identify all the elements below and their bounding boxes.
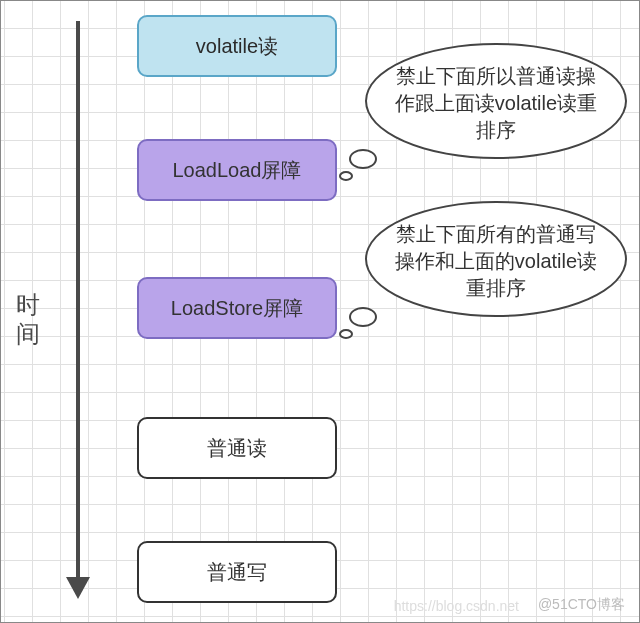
node-normal-read: 普通读 xyxy=(137,417,337,479)
bubble-tail-icon xyxy=(349,307,377,327)
node-label: LoadLoad屏障 xyxy=(173,158,302,183)
node-loadstore-barrier: LoadStore屏障 xyxy=(137,277,337,339)
node-label: 普通读 xyxy=(207,436,267,461)
bubble-tail-icon xyxy=(339,329,353,339)
bubble-text: 禁止下面所以普通读操作跟上面读volatile读重排序 xyxy=(395,65,597,141)
node-normal-write: 普通写 xyxy=(137,541,337,603)
bubble-tail-icon xyxy=(349,149,377,169)
bubble-tail-icon xyxy=(339,171,353,181)
node-label: volatile读 xyxy=(196,34,278,59)
speech-bubble-1: 禁止下面所以普通读操作跟上面读volatile读重排序 xyxy=(365,43,627,159)
watermark-right: @51CTO博客 xyxy=(538,596,625,614)
bubble-text: 禁止下面所有的普通写操作和上面的volatile读重排序 xyxy=(395,223,597,299)
node-label: 普通写 xyxy=(207,560,267,585)
time-arrow-line xyxy=(76,21,80,581)
time-axis-label: 时 间 xyxy=(16,291,42,349)
node-loadload-barrier: LoadLoad屏障 xyxy=(137,139,337,201)
speech-bubble-2: 禁止下面所有的普通写操作和上面的volatile读重排序 xyxy=(365,201,627,317)
node-label: LoadStore屏障 xyxy=(171,296,303,321)
watermark-left: https://blog.csdn.net xyxy=(394,598,519,614)
time-arrow-head-icon xyxy=(66,577,90,599)
node-volatile-read: volatile读 xyxy=(137,15,337,77)
